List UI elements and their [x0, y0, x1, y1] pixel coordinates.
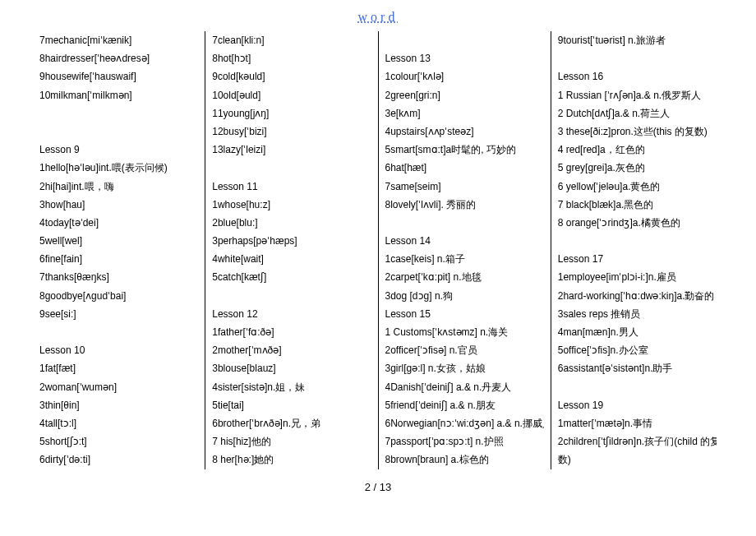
- vocab-entry: 7 black[blæk]a.黑色的: [558, 196, 717, 214]
- vocab-entry: 9see[si:]: [39, 305, 198, 323]
- vocab-entry: 11young[jᴧŋ]: [212, 104, 371, 122]
- vocab-entry: Lesson 11: [212, 178, 371, 196]
- vocab-entry: 6dirty[ˈdə:ti]: [39, 451, 198, 469]
- vocab-entry: Lesson 19: [558, 396, 717, 414]
- vocab-entry: 7mechanic[miˈkænik]: [39, 31, 198, 49]
- spacer: [558, 378, 717, 396]
- vocab-entry: 5friend[ˈdeiniʃ] a.& n.朋友: [385, 396, 544, 414]
- spacer: [39, 104, 198, 122]
- vocab-entry: 2carpet[ˈkɑ:pit] n.地毯: [385, 268, 544, 286]
- vocab-entry: Lesson 10: [39, 341, 198, 359]
- vocab-entry: 6fine[fain]: [39, 250, 198, 268]
- vocab-entry: 3thin[θin]: [39, 396, 198, 414]
- vocab-entry: 1case[keis] n.箱子: [385, 250, 544, 268]
- vocab-entry: 4Danish[ˈdeiniʃ] a.& n.丹麦人: [385, 378, 544, 396]
- vocab-entry: 4sister[sistə]n.姐，妹: [212, 378, 371, 396]
- vocab-entry: 5 grey[grei]a.灰色的: [558, 159, 717, 177]
- spacer: [212, 159, 371, 177]
- vocab-entry: 2mother[ˈmᴧðə]: [212, 341, 371, 359]
- vocab-entry: 5catch[kætʃ]: [212, 268, 371, 286]
- vocab-entry: 9cold[kəuld]: [212, 67, 371, 85]
- vocab-entry: 2 Dutch[dᴧtʃ]a.& n.荷兰人: [558, 104, 717, 122]
- vocab-entry: 2hard-working[ˈhɑ:dwə:kiŋ]a.勤奋的: [558, 287, 717, 305]
- vocab-entry: 12busy[ˈbizi]: [212, 122, 371, 141]
- vocab-entry: 3blouse[blauz]: [212, 359, 371, 377]
- vocab-entry: 1employee[imˈplɔi-i:]n.雇员: [558, 268, 717, 286]
- vocab-entry: 7passport[ˈpɑ:spɔ:t] n.护照: [385, 432, 544, 451]
- vocab-entry: 8 orange[ˈɔrindʒ]a.橘黄色的: [558, 214, 717, 232]
- vocab-entry: 6brother[ˈbrᴧðə]n.兄，弟: [212, 414, 371, 432]
- spacer: [39, 323, 198, 341]
- vocab-entry: 6 yellow[ˈjeləu]a.黄色的: [558, 178, 717, 196]
- vocab-entry: 3e[kᴧm]: [385, 104, 544, 122]
- vocab-entry: 8hairdresser[ˈheəᴧdresə]: [39, 49, 198, 67]
- vocab-entry: 7same[seim]: [385, 178, 544, 196]
- vocab-entry: 5office[ˈɔfis]n.办公室: [558, 341, 717, 359]
- vocab-entry: Lesson 12: [212, 305, 371, 323]
- page-number: 2 / 13: [0, 481, 756, 493]
- vocab-entry: 2green[gri:n]: [385, 86, 544, 104]
- vocab-entry: Lesson 14: [385, 232, 544, 250]
- vocab-entry: 5smart[smɑ:t]a时髦的, 巧妙的: [385, 141, 544, 159]
- vocab-entry: 1 Customs[ˈkᴧstəmz] n.海关: [385, 323, 544, 341]
- vocab-entry: 8brown[braun] a.棕色的: [385, 451, 544, 469]
- vocab-entry: 5well[wel]: [39, 232, 198, 250]
- vocab-entry: 6assistant[əˈsistənt]n.助手: [558, 359, 717, 377]
- content-columns: 7mechanic[miˈkænik]8hairdresser[ˈheəᴧdre…: [0, 31, 756, 469]
- doc-title: word: [0, 0, 756, 31]
- vocab-entry: 5tie[tai]: [212, 396, 371, 414]
- vocab-entry: Lesson 15: [385, 305, 544, 323]
- vocab-entry: 3 these[ði:z]pron.这些(this 的复数): [558, 122, 717, 141]
- vocab-entry: 8goodbye[ᴧgudˈbai]: [39, 287, 198, 305]
- vocab-entry: 2hi[hai]int.喂，嗨: [39, 178, 198, 196]
- column-0: 7mechanic[miˈkænik]8hairdresser[ˈheəᴧdre…: [33, 31, 205, 469]
- vocab-entry: 10old[əuld]: [212, 86, 371, 104]
- vocab-entry: 9housewife[ˈhauswaif]: [39, 67, 198, 85]
- vocab-entry: 3how[hau]: [39, 196, 198, 214]
- vocab-entry: 13lazy[ˈleizi]: [212, 141, 371, 159]
- vocab-entry: 1father[ˈfɑ:ðə]: [212, 323, 371, 341]
- vocab-entry: 数): [558, 451, 717, 469]
- vocab-entry: 4 red[red]a，红色的: [558, 141, 717, 159]
- vocab-entry: 7clean[kli:n]: [212, 31, 371, 49]
- vocab-entry: 8 her[hə:]她的: [212, 451, 371, 469]
- spacer: [558, 232, 717, 250]
- vocab-entry: 1hello[həˈləu]int.喂(表示问候): [39, 159, 198, 177]
- vocab-entry: 7thanks[θæŋks]: [39, 268, 198, 286]
- vocab-entry: Lesson 17: [558, 250, 717, 268]
- vocab-entry: 2woman[ˈwumən]: [39, 378, 198, 396]
- vocab-entry: 5short[ʃɔ:t]: [39, 432, 198, 451]
- vocab-entry: 2children[ˈtʃildrən]n.孩子们(child 的复: [558, 432, 717, 451]
- vocab-entry: 1 Russian [ˈrᴧʃən]a.& n.俄罗斯人: [558, 86, 717, 104]
- vocab-entry: 7 his[hiz]他的: [212, 432, 371, 451]
- vocab-entry: 4man[mæn]n.男人: [558, 323, 717, 341]
- spacer: [385, 214, 544, 232]
- column-2: Lesson 131colour[ˈkᴧlə]2green[gri:n]3e[k…: [379, 31, 551, 469]
- spacer: [385, 31, 544, 49]
- vocab-entry: 4white[wait]: [212, 250, 371, 268]
- vocab-entry: 1fat[fæt]: [39, 359, 198, 377]
- vocab-entry: 8hot[hɔt]: [212, 49, 371, 67]
- vocab-entry: 3perhaps[pəˈhæps]: [212, 232, 371, 250]
- vocab-entry: 1matter[ˈmætə]n.事情: [558, 414, 717, 432]
- vocab-entry: 6hat[hæt]: [385, 159, 544, 177]
- vocab-entry: 9tourist[ˈtuərist] n.旅游者: [558, 31, 717, 49]
- vocab-entry: 4today[təˈdei]: [39, 214, 198, 232]
- vocab-entry: Lesson 9: [39, 141, 198, 159]
- vocab-entry: 6Norwegian[nɔ:ˈwi:dʒən] a.& n.挪威人: [385, 414, 544, 432]
- vocab-entry: 2blue[blu:]: [212, 214, 371, 232]
- spacer: [212, 287, 371, 305]
- vocab-entry: 4tall[tɔ:l]: [39, 414, 198, 432]
- vocab-entry: 2officer[ˈɔfisə] n.官员: [385, 341, 544, 359]
- vocab-entry: 1whose[hu:z]: [212, 196, 371, 214]
- spacer: [558, 49, 717, 67]
- vocab-entry: 3girl[gə:l] n.女孩，姑娘: [385, 359, 544, 377]
- vocab-entry: 10milkman[ˈmilkmən]: [39, 86, 198, 104]
- column-3: 9tourist[ˈtuərist] n.旅游者Lesson 161 Russi…: [551, 31, 723, 469]
- vocab-entry: 8lovely[ˈlᴧvli]. 秀丽的: [385, 196, 544, 214]
- vocab-entry: Lesson 16: [558, 67, 717, 85]
- vocab-entry: 3dog [dɔg] n.狗: [385, 287, 544, 305]
- column-1: 7clean[kli:n]8hot[hɔt]9cold[kəuld]10old[…: [205, 31, 378, 469]
- vocab-entry: Lesson 13: [385, 49, 544, 67]
- vocab-entry: 1colour[ˈkᴧlə]: [385, 67, 544, 85]
